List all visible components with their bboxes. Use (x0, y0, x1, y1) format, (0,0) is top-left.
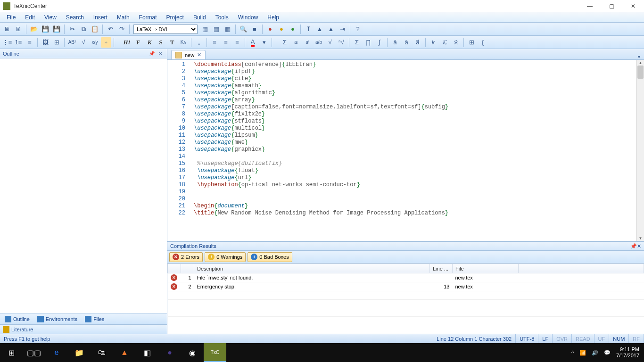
math-cases-icon[interactable]: { (478, 37, 488, 48)
panel-close-icon[interactable]: ✕ (158, 51, 162, 56)
bookmark-prev-icon[interactable]: ▲ (326, 24, 336, 34)
undo-icon[interactable]: ↶ (105, 24, 116, 34)
build-icon[interactable]: ▦ (200, 24, 210, 34)
minimize-button[interactable]: — (579, 0, 601, 12)
menu-build[interactable]: Build (190, 13, 210, 22)
menu-help[interactable]: Help (264, 13, 283, 22)
smallcaps-icon[interactable]: Kᴀ (178, 37, 189, 48)
math-bar-icon[interactable]: ā (401, 37, 412, 48)
close-button[interactable]: ✕ (622, 0, 644, 12)
bold-icon[interactable]: F (133, 37, 143, 48)
stop-build-icon[interactable]: ■ (249, 24, 260, 34)
cut-icon[interactable]: ✂ (67, 24, 77, 34)
open-icon[interactable]: 📂 (29, 24, 39, 34)
menu-format[interactable]: Format (135, 13, 161, 22)
description-icon[interactable]: ≡ (25, 37, 35, 48)
math-sum2-icon[interactable]: Σ (352, 37, 362, 48)
itemize-icon[interactable]: ⋮≡ (2, 37, 12, 48)
chrome-icon[interactable]: ◉ (181, 343, 204, 362)
tab-environments[interactable]: Environments (35, 315, 79, 323)
text-ab-icon[interactable]: AB² (67, 37, 77, 48)
scroll-thumb[interactable] (637, 66, 644, 79)
tray-chevron-icon[interactable]: ^ (571, 350, 574, 355)
app-icon-colorful[interactable]: ◧ (136, 343, 158, 362)
menu-window[interactable]: Window (234, 13, 262, 22)
store-icon[interactable]: 🛍 (91, 343, 113, 362)
math-prod-icon[interactable]: ∏ (363, 37, 373, 48)
tab-list-dropdown-icon[interactable]: ▾ (638, 54, 640, 59)
build-view-icon[interactable]: ▦ (211, 24, 222, 34)
comp-close-icon[interactable]: ✕ (637, 243, 641, 249)
menu-file[interactable]: File (3, 13, 19, 22)
math-frak-icon[interactable]: 𝔎 (451, 37, 461, 48)
maximize-button[interactable]: ▢ (601, 0, 622, 12)
italic-icon[interactable]: K (144, 37, 155, 48)
edge-icon[interactable]: e (45, 343, 68, 362)
tray-action-center-icon[interactable]: 💬 (604, 350, 611, 356)
text-color-icon[interactable]: A (248, 37, 258, 48)
pin-icon[interactable]: 📌 (149, 51, 155, 56)
math-nroot-icon[interactable]: ⁿ√ (336, 37, 347, 48)
save-all-icon[interactable]: 💾 (51, 24, 62, 34)
errors-filter-button[interactable]: ✕2 Errors (169, 252, 203, 262)
paste-icon[interactable]: 📋 (90, 24, 100, 34)
math-hat-icon[interactable]: â (390, 37, 400, 48)
math-vec-icon[interactable]: a⃗ (413, 37, 423, 48)
vertical-scrollbar[interactable]: ▲ ▼ (636, 60, 644, 241)
tray-clock[interactable]: 9:11 PM7/17/2017 (616, 346, 639, 359)
scroll-up-icon[interactable]: ▲ (636, 60, 644, 66)
align-center-icon[interactable]: ≡ (221, 37, 231, 48)
code-editor[interactable]: \documentclass[conference]{IEEEtran} \us… (190, 60, 636, 241)
figure-icon[interactable]: 🖼 (40, 37, 50, 48)
build-all-icon[interactable]: ▦ (223, 24, 233, 34)
start-button[interactable]: ⊞ (0, 343, 23, 362)
menu-view[interactable]: View (41, 13, 60, 22)
file-explorer-icon[interactable]: 📁 (68, 343, 91, 362)
save-icon[interactable]: 💾 (40, 24, 50, 34)
new-doc-icon[interactable]: 🗎 (2, 24, 12, 34)
bookmark-icon[interactable]: ▲ (314, 24, 325, 34)
menu-math[interactable]: Math (113, 13, 133, 22)
help-yellow-icon[interactable]: ● (276, 24, 287, 34)
context-help-icon[interactable]: ? (353, 24, 363, 34)
math-matrix-icon[interactable]: ⊞ (466, 37, 477, 48)
math-sup-icon[interactable]: aⁱ (302, 37, 313, 48)
literature-tab[interactable]: Literature (0, 324, 167, 334)
tray-volume-icon[interactable]: 🔊 (592, 350, 598, 356)
new-project-icon[interactable]: 🗎 (13, 24, 24, 34)
help-red-icon[interactable]: ● (265, 24, 275, 34)
tt-icon[interactable]: T (167, 37, 177, 48)
align-left-icon[interactable]: ≡ (209, 37, 220, 48)
task-view-icon[interactable]: ▢▢ (23, 343, 45, 362)
compilation-table[interactable]: Description Line ... File ✕ 1 File `mwe.… (167, 263, 644, 334)
math-bold-icon[interactable]: k (428, 37, 438, 48)
table-row[interactable]: ✕ 2 Emergency stop. 13 new.tex (168, 282, 644, 291)
tab-close-icon[interactable]: ✕ (197, 52, 201, 58)
math-root-icon[interactable]: √ (325, 37, 335, 48)
warnings-filter-button[interactable]: !0 Warnings (205, 252, 246, 262)
goto-icon[interactable]: ⇥ (337, 24, 347, 34)
matlab-icon[interactable]: ▲ (113, 343, 136, 362)
menu-tools[interactable]: Tools (212, 13, 232, 22)
badboxes-filter-button[interactable]: i0 Bad Boxes (248, 252, 292, 262)
tab-outline[interactable]: Outline (3, 315, 32, 323)
menu-edit[interactable]: Edit (21, 13, 39, 22)
tab-files[interactable]: Files (83, 315, 106, 323)
view-output-icon[interactable]: 🔍 (238, 24, 248, 34)
copy-icon[interactable]: ⧉ (78, 24, 89, 34)
texniccenter-taskbar-icon[interactable]: TxC (204, 343, 226, 362)
math-sub-icon[interactable]: aᵢ (291, 37, 301, 48)
frac-icon[interactable]: x/y (90, 37, 100, 48)
system-tray[interactable]: ^ 📶 🔊 💬 9:11 PM7/17/2017 (571, 346, 644, 359)
heading-icon[interactable]: H! (122, 37, 132, 48)
sqrt-icon[interactable]: √ (78, 37, 89, 48)
redo-icon[interactable]: ↷ (116, 24, 127, 34)
scroll-down-icon[interactable]: ▼ (636, 235, 644, 241)
table-icon[interactable]: ⊞ (51, 37, 62, 48)
math-int-icon[interactable]: ∫ (374, 37, 385, 48)
find-icon[interactable]: ⤒ (303, 24, 314, 34)
menu-insert[interactable]: Insert (90, 13, 111, 22)
help-green-icon[interactable]: ● (288, 24, 298, 34)
eclipse-icon[interactable]: ● (158, 343, 181, 362)
math-cal-icon[interactable]: 𝓚 (439, 37, 450, 48)
